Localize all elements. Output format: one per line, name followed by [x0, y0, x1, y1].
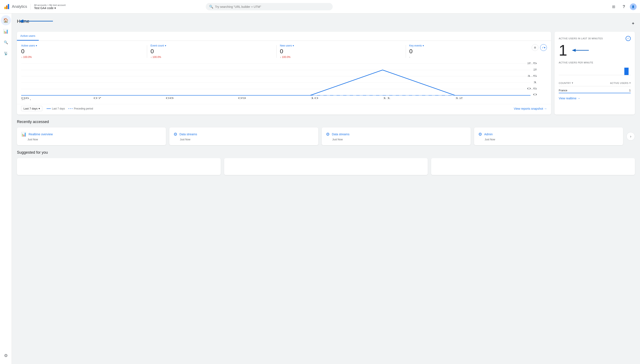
compare-groups-btn[interactable]: ⊞: [532, 44, 538, 51]
access-card-realtime[interactable]: 📊 Realtime overview Just Now: [17, 128, 166, 145]
view-realtime-link[interactable]: View realtime →: [559, 96, 631, 100]
home-icon: 🏠: [3, 18, 9, 23]
realtime-arrow-annotation: [570, 47, 591, 54]
active-users-tab[interactable]: Active users: [17, 32, 39, 40]
sidebar-item-advertising[interactable]: 📡: [1, 48, 11, 58]
suggested-card-2[interactable]: [224, 158, 428, 175]
legend-line-dashed: [68, 108, 73, 109]
account-name: Test GA4 code ▾: [34, 6, 66, 10]
country-col-label[interactable]: COUNTRY ▾: [559, 82, 573, 84]
main-cards-row: Active users Active users ▾ 0 ↓ 100.0% E…: [17, 32, 635, 114]
logo-area[interactable]: Analytics: [4, 4, 27, 10]
recently-accessed-next-btn[interactable]: ›: [626, 132, 635, 140]
metric-event-count: Event count ▾ 0 ↓ 100.0%: [150, 44, 273, 58]
svg-marker-26: [572, 49, 576, 52]
app-name: Analytics: [12, 4, 27, 9]
country-users: 1: [629, 89, 631, 92]
svg-text:0.5: 0.5: [527, 87, 537, 90]
access-label-realtime: Realtime overview: [29, 132, 53, 136]
metric-label-new-users[interactable]: New users ▾: [280, 44, 402, 47]
access-card-header-ds1: ⚙ Data streams: [173, 132, 314, 137]
metric-label-key-events[interactable]: Key events ▾: [409, 44, 532, 47]
svg-text:07: 07: [94, 97, 102, 99]
metric-label-active-users[interactable]: Active users ▾: [21, 44, 143, 47]
comparison-buttons: ⊞ ✓ ▾: [532, 44, 547, 51]
search-input[interactable]: [215, 5, 329, 8]
svg-text:08: 08: [166, 97, 174, 99]
metric-change-new-users: ↓ 100.0%: [280, 56, 402, 58]
svg-rect-0: [5, 7, 6, 9]
page-title: Home: [17, 18, 30, 24]
gear-icon: ⚙: [4, 353, 8, 358]
svg-text:1.5: 1.5: [527, 74, 537, 77]
account-selector[interactable]: All accounts > My test account Test GA4 …: [31, 4, 66, 10]
realtime-number: 1: [559, 43, 631, 58]
realtime-card: ACTIVE USERS IN LAST 30 MINUTES ✓ 1 ACTI…: [554, 32, 635, 114]
users-col-label[interactable]: ACTIVE USERS ▾: [610, 82, 631, 84]
sidebar-item-explore[interactable]: 🔍: [1, 37, 11, 47]
svg-text:2: 2: [533, 68, 537, 71]
sidebar-item-reports[interactable]: 📊: [1, 26, 11, 36]
svg-text:Feb: Feb: [21, 99, 34, 100]
datastreams-icon-2: ⚙: [326, 132, 330, 137]
chart-footer: Last 7 days ▾ Last 7 days Preceding peri…: [17, 104, 551, 114]
realtime-subtitle: ACTIVE USERS PER MINUTE: [559, 61, 631, 64]
sidebar: 🏠 📊 🔍 📡 ⚙: [0, 14, 12, 364]
account-breadcrumb: All accounts > My test account: [34, 4, 66, 6]
main-content: Home ✦ Active users Active users ▾ 0 ↓ 1…: [12, 14, 640, 364]
metric-change-active-users: ↓ 100.0%: [21, 56, 143, 58]
advertising-icon: 📡: [4, 51, 8, 56]
check-icon: ✓: [542, 46, 544, 49]
svg-text:12: 12: [455, 97, 463, 99]
metric-value-active-users: 0: [21, 48, 143, 55]
date-selector[interactable]: Last 7 days ▾: [21, 106, 42, 111]
access-label-admin: Admin: [484, 132, 493, 136]
ai-icon[interactable]: ✦: [631, 21, 635, 26]
overview-card: Active users Active users ▾ 0 ↓ 100.0% E…: [17, 32, 551, 114]
legend-solid: Last 7 days: [47, 107, 65, 110]
legend: Last 7 days Preceding period: [47, 107, 93, 110]
chart-area: 2.5 2 1.5 1 0.5 0: [17, 60, 551, 104]
metric-key-events: Key events ▾ 0 -: [409, 44, 532, 58]
access-card-header-ds2: ⚙ Data streams: [326, 132, 467, 137]
access-card-datastreams-1[interactable]: ⚙ Data streams Just Now: [169, 128, 318, 145]
avatar[interactable]: 👤: [630, 4, 636, 10]
access-time-realtime: Just Now: [21, 138, 162, 141]
access-time-ds1: Just Now: [173, 138, 314, 141]
suggested-cards: [17, 158, 635, 175]
compare-check-btn[interactable]: ✓ ▾: [540, 44, 547, 51]
suggested-card-3[interactable]: [431, 158, 635, 175]
recently-accessed-title: Recently accessed: [17, 120, 635, 124]
svg-text:09: 09: [238, 97, 246, 99]
sidebar-item-admin[interactable]: ⚙: [1, 350, 11, 360]
help-button[interactable]: ?: [620, 2, 628, 11]
search-bar[interactable]: 🔍: [206, 3, 333, 10]
metric-change-key-events: -: [409, 56, 532, 58]
compare-icon: ⊞: [534, 46, 536, 49]
page-header: Home ✦: [17, 18, 635, 28]
mini-chart-svg: [559, 66, 631, 78]
help-icon: ?: [623, 4, 625, 9]
access-time-admin: Just Now: [478, 138, 619, 141]
admin-icon: ⚙: [478, 132, 482, 137]
metric-value-new-users: 0: [280, 48, 402, 55]
view-reports-snapshot-link[interactable]: View reports snapshot →: [514, 107, 547, 110]
metric-divider-1: [147, 45, 147, 58]
metrics-row: Active users ▾ 0 ↓ 100.0% Event count ▾ …: [17, 41, 551, 60]
access-card-datastreams-2[interactable]: ⚙ Data streams Just Now: [322, 128, 471, 145]
suggested-card-1[interactable]: [17, 158, 221, 175]
reports-icon: 📊: [3, 29, 9, 34]
search-icon: 🔍: [209, 5, 213, 9]
realtime-overview-icon: 📊: [21, 132, 27, 137]
sidebar-item-home[interactable]: 🏠: [1, 15, 11, 25]
metric-new-users: New users ▾ 0 ↓ 100.0%: [280, 44, 402, 58]
svg-text:0: 0: [533, 93, 537, 96]
svg-text:11: 11: [383, 97, 391, 99]
apps-icon: ⊞: [612, 4, 615, 9]
metric-label-event-count[interactable]: Event count ▾: [150, 44, 273, 47]
mini-chart: [559, 66, 631, 78]
datastreams-icon-1: ⚙: [173, 132, 177, 137]
svg-text:1: 1: [533, 81, 537, 84]
access-card-admin[interactable]: ⚙ Admin Just Now: [474, 128, 623, 145]
apps-button[interactable]: ⊞: [609, 2, 618, 11]
